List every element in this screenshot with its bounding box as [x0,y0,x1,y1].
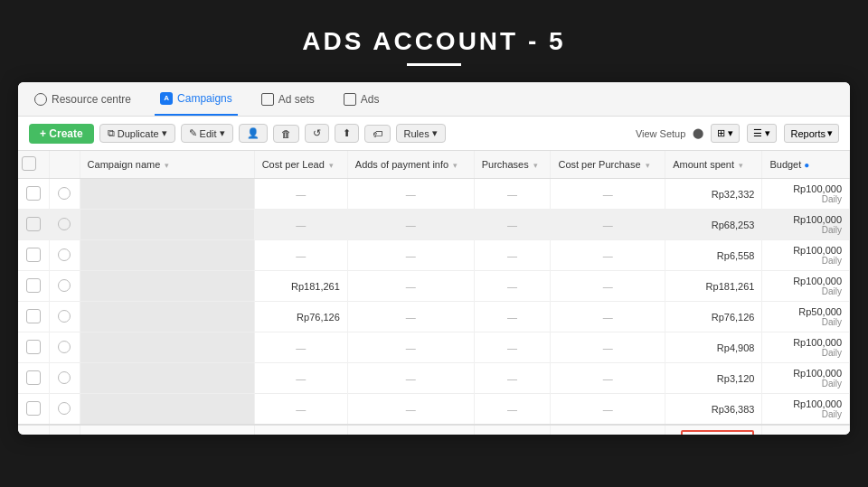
row-adds: — [347,271,474,302]
row-checkbox[interactable] [26,340,41,354]
col-amount-spent[interactable]: Amount spent ▾ [665,151,762,179]
panel-nav: Resource centre A Campaigns Ad sets Ads [18,82,850,117]
footer-amount-spent: Rp21,017,104 Total Spent [665,425,762,435]
row-cost-per-lead: — [254,210,347,240]
rules-button[interactable]: Rules ▾ [396,124,446,143]
select-all-checkbox[interactable] [22,156,36,171]
row-checkbox-cell[interactable] [18,363,50,394]
col-cost-per-purchase[interactable]: Cost per Purchase ▾ [551,151,665,179]
row-cost-per-purchase: — [551,302,665,332]
row-amount-spent: Rp4,908 [665,332,762,363]
footer-label: Results from 194 campaigns ℹ [80,425,254,435]
row-campaign-name [80,240,254,271]
row-adds: — [347,179,474,210]
col-purchases[interactable]: Purchases ▾ [474,151,551,179]
row-radio-cell[interactable] [50,179,80,210]
row-cost-per-lead: — [254,240,347,271]
row-checkbox[interactable] [26,401,41,416]
row-campaign-name [80,179,254,210]
tag-button[interactable]: 🏷 [364,125,391,143]
amount-highlight: Rp21,017,104 [681,430,754,435]
row-purchases: — [474,363,551,394]
row-radio-cell[interactable] [50,394,80,426]
row-cost-per-purchase: — [551,210,665,240]
row-radio-cell[interactable] [50,332,80,363]
row-radio-cell[interactable] [50,302,80,332]
edit-button[interactable]: ✎ Edit ▾ [181,124,233,143]
row-adds: — [347,394,474,426]
col-select-all[interactable] [18,151,50,179]
toolbar-right: View Setup ⬤ ⊞ ▾ ☰ ▾ Reports ▾ [636,124,839,143]
row-checkbox[interactable] [26,278,41,293]
nav-campaigns[interactable]: A Campaigns [155,82,238,116]
create-button[interactable]: + Create [29,124,94,144]
row-radio[interactable] [58,402,71,415]
row-radio[interactable] [58,218,71,230]
row-campaign-name [80,210,254,240]
delete-button[interactable]: 🗑 [273,125,299,143]
row-purchases: — [474,240,551,271]
duplicate-button[interactable]: ⧉ Duplicate ▾ [99,124,175,143]
row-radio[interactable] [58,371,71,384]
row-budget: Rp100,000 Daily [762,210,850,240]
nav-resource-centre[interactable]: Resource centre [29,82,137,116]
row-adds: — [347,210,474,240]
row-radio-cell[interactable] [50,210,80,240]
row-amount-spent: Rp32,332 [665,179,762,210]
row-checkbox[interactable] [26,217,41,231]
row-radio[interactable] [58,310,71,323]
row-checkbox-cell[interactable] [18,394,50,426]
row-cost-per-purchase: — [551,179,665,210]
row-checkbox[interactable] [26,309,41,323]
row-checkbox-cell[interactable] [18,240,50,271]
row-checkbox[interactable] [26,248,41,262]
col-cost-per-lead[interactable]: Cost per Lead ▾ [254,151,347,179]
row-checkbox-cell[interactable] [18,210,50,240]
refresh-button[interactable]: ↺ [305,124,329,143]
rules-chevron: ▾ [432,127,438,139]
row-cost-per-purchase: — [551,271,665,302]
table-row: — — — — Rp3,120 Rp100,000 Daily [18,363,850,394]
row-cost-per-purchase: — [551,240,665,271]
table-row: — — — — Rp6,558 Rp100,000 Daily [18,240,850,271]
nav-ad-sets[interactable]: Ad sets [256,82,320,116]
row-radio[interactable] [58,187,71,200]
row-checkbox[interactable] [26,186,41,201]
col-budget[interactable]: Budget ● [762,151,850,179]
table-row: — — — — Rp36,383 Rp100,000 Daily [18,394,850,426]
footer-chevron-cell[interactable]: ▶ [50,425,80,435]
grid-view-button[interactable]: ⊞ ▾ [711,124,740,143]
row-radio-cell[interactable] [50,240,80,271]
reports-button[interactable]: Reports ▾ [784,124,839,143]
person-button[interactable]: 👤 [239,124,268,143]
row-radio-cell[interactable] [50,271,80,302]
row-purchases: — [474,394,551,426]
layout-button[interactable]: ☰ ▾ [747,124,777,143]
resource-centre-icon [34,93,47,106]
nav-ads[interactable]: Ads [338,82,385,116]
toggle-icon[interactable]: ⬤ [693,127,703,139]
row-budget: Rp100,000 Daily [762,240,850,271]
panel-toolbar: + Create ⧉ Duplicate ▾ ✎ Edit ▾ 👤 🗑 ↺ ⬆ … [18,117,850,151]
duplicate-chevron: ▾ [162,127,167,139]
col-campaign-name[interactable]: Campaign name ▾ [80,151,254,179]
row-radio-cell[interactable] [50,363,80,394]
col-adds-payment[interactable]: Adds of payment info ▾ [347,151,474,179]
table-row: — — — — Rp68,253 Rp100,000 Daily [18,210,850,240]
row-adds: — [347,332,474,363]
row-checkbox-cell[interactable] [18,302,50,332]
row-cost-per-lead: — [254,394,347,426]
row-radio[interactable] [58,248,71,261]
row-radio[interactable] [58,279,71,292]
row-checkbox-cell[interactable] [18,271,50,302]
row-cost-per-purchase: — [551,394,665,426]
export-button[interactable]: ⬆ [335,124,359,143]
row-campaign-name [80,302,254,332]
row-purchases: — [474,332,551,363]
row-checkbox-cell[interactable] [18,332,50,363]
row-checkbox[interactable] [26,370,41,385]
row-budget: Rp100,000 Daily [762,394,850,426]
row-checkbox-cell[interactable] [18,179,50,210]
row-cost-per-lead: — [254,332,347,363]
row-radio[interactable] [58,341,71,353]
